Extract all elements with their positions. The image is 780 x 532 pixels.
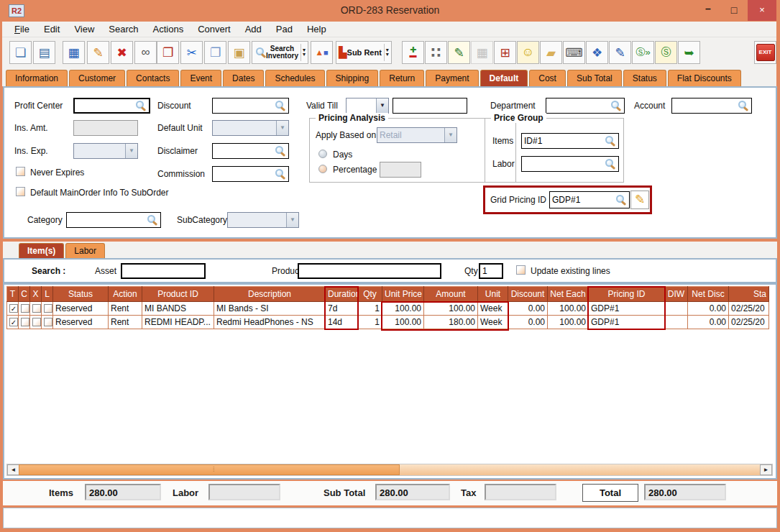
commission-field[interactable] bbox=[212, 166, 289, 182]
tab-flat-discounts[interactable]: Flat Discounts bbox=[668, 70, 741, 86]
valid-till-field[interactable] bbox=[393, 98, 467, 114]
tab-event[interactable]: Event bbox=[180, 70, 221, 86]
inventory-cubes-button[interactable]: ❖ bbox=[586, 41, 608, 64]
menu-edit[interactable]: Edit bbox=[37, 22, 66, 36]
minimize-button[interactable]: – bbox=[696, 0, 720, 21]
cut-button[interactable]: ✂ bbox=[180, 41, 203, 64]
department-field[interactable] bbox=[546, 98, 625, 114]
account-search-icon[interactable] bbox=[738, 100, 748, 111]
update-existing-checkbox[interactable] bbox=[516, 265, 526, 275]
tab-dates[interactable]: Dates bbox=[223, 70, 264, 86]
price-group-labor-search-icon[interactable] bbox=[605, 158, 615, 169]
availability-button[interactable]: ∷ bbox=[425, 41, 447, 64]
chevron-down-icon[interactable]: ▼ bbox=[376, 98, 388, 113]
shortcut-key-button[interactable]: ⌨ bbox=[563, 41, 585, 64]
col-description[interactable]: Description bbox=[214, 287, 326, 302]
sub-rent-button[interactable]: ▙ Sub Rent ▾ ▾ bbox=[336, 41, 392, 64]
department-search-icon[interactable] bbox=[610, 100, 621, 111]
scroll-left-button[interactable]: ◄ bbox=[7, 464, 19, 475]
tab-default[interactable]: Default bbox=[480, 70, 528, 86]
col-unit[interactable]: Unit bbox=[478, 287, 508, 302]
paste-button[interactable]: ▣ bbox=[228, 41, 250, 64]
menu-file[interactable]: File bbox=[8, 22, 36, 36]
category-field[interactable] bbox=[66, 212, 161, 228]
horizontal-scrollbar[interactable]: ◄ ⁞ ► bbox=[6, 464, 773, 476]
price-group-items-search-icon[interactable] bbox=[605, 135, 615, 146]
row2-l-checkbox[interactable] bbox=[44, 318, 52, 326]
org-chart-button[interactable]: ⊞ bbox=[494, 41, 516, 64]
menu-actions[interactable]: Actions bbox=[147, 22, 191, 36]
col-duration[interactable]: Duration bbox=[326, 287, 358, 302]
percentage-radio[interactable] bbox=[318, 165, 327, 173]
notes-button[interactable]: ✎ bbox=[448, 41, 470, 64]
tab-contacts[interactable]: Contacts bbox=[127, 70, 179, 86]
price-group-items-input[interactable] bbox=[522, 134, 618, 148]
category-search-icon[interactable] bbox=[147, 214, 157, 225]
menu-pad[interactable]: Pad bbox=[270, 22, 299, 36]
col-start[interactable]: Sta bbox=[729, 287, 769, 302]
table-row[interactable]: ✓ Reserved Rent REDMI HEADP... Redmi Hea… bbox=[7, 316, 769, 329]
row2-t-checkbox[interactable]: ✓ bbox=[9, 318, 18, 326]
add-remove-button[interactable]: ✚ ▬ bbox=[402, 41, 424, 64]
valid-till-combo[interactable]: ▼ bbox=[346, 98, 389, 114]
col-qty[interactable]: Qty bbox=[358, 287, 382, 302]
tab-payment[interactable]: Payment bbox=[426, 70, 478, 86]
shapes-button[interactable]: ▲ ■ bbox=[311, 41, 333, 64]
profit-center-search-icon[interactable] bbox=[135, 100, 146, 111]
col-pricing-id[interactable]: Pricing ID bbox=[589, 287, 665, 302]
tab-schedules[interactable]: Schedules bbox=[265, 70, 324, 86]
col-l[interactable]: L bbox=[42, 287, 53, 302]
col-status[interactable]: Status bbox=[53, 287, 109, 302]
tab-customer[interactable]: Customer bbox=[69, 70, 125, 86]
days-radio[interactable] bbox=[318, 150, 327, 158]
col-diw[interactable]: DIW bbox=[665, 287, 688, 302]
tab-shipping[interactable]: Shipping bbox=[326, 70, 379, 86]
valid-till-input[interactable] bbox=[393, 98, 467, 113]
delivery-button[interactable]: ➥ bbox=[678, 41, 700, 64]
row1-t-checkbox[interactable]: ✓ bbox=[9, 304, 18, 313]
tab-cost[interactable]: Cost bbox=[529, 70, 566, 86]
account-field[interactable] bbox=[671, 98, 752, 114]
menu-help[interactable]: Help bbox=[300, 22, 333, 36]
col-discount[interactable]: Discount bbox=[508, 287, 548, 302]
tab-information[interactable]: Information bbox=[6, 70, 68, 86]
product-field[interactable] bbox=[298, 263, 441, 279]
price-group-labor-input[interactable] bbox=[522, 157, 618, 171]
copy-button[interactable]: ❐ bbox=[204, 41, 226, 64]
sub-rent-dropdown[interactable]: ▾ ▾ bbox=[384, 44, 389, 61]
col-unit-price[interactable]: Unit Price bbox=[382, 287, 424, 302]
menu-convert[interactable]: Convert bbox=[191, 22, 237, 36]
search-inventory-dropdown[interactable]: ▾ ▾ bbox=[300, 44, 306, 61]
menu-view[interactable]: View bbox=[68, 22, 101, 36]
save-button[interactable]: ▦ bbox=[63, 41, 85, 64]
discount-search-icon[interactable] bbox=[275, 100, 285, 111]
new-document-button[interactable]: ❏ bbox=[9, 41, 32, 64]
edit-button[interactable]: ✎ bbox=[87, 41, 109, 64]
default-mainorder-checkbox[interactable] bbox=[16, 187, 25, 196]
col-t[interactable]: T bbox=[7, 287, 19, 302]
convert-order-button[interactable]: ❐ bbox=[157, 41, 179, 64]
row2-x-checkbox[interactable] bbox=[32, 318, 41, 326]
find-button[interactable]: ∞ bbox=[134, 41, 157, 64]
row1-x-checkbox[interactable] bbox=[32, 304, 41, 313]
qty-input[interactable] bbox=[480, 265, 502, 278]
tab-labor[interactable]: Labor bbox=[65, 243, 105, 258]
menu-search[interactable]: Search bbox=[102, 22, 144, 36]
grid-pricing-edit-button[interactable]: ✎ bbox=[630, 191, 649, 209]
row2-c-checkbox[interactable] bbox=[21, 318, 29, 326]
grid-pricing-search-icon[interactable] bbox=[615, 194, 626, 205]
row1-c-checkbox[interactable] bbox=[21, 304, 29, 313]
customer-button[interactable]: ☺ bbox=[517, 41, 539, 64]
delete-button[interactable]: ✖ bbox=[111, 41, 133, 64]
disclaimer-field[interactable] bbox=[212, 143, 289, 159]
money-notes-button[interactable]: Ⓢ bbox=[655, 41, 677, 64]
col-c[interactable]: C bbox=[19, 287, 30, 302]
col-action[interactable]: Action bbox=[109, 287, 142, 302]
tab-sub-total[interactable]: Sub Total bbox=[567, 70, 622, 86]
scroll-right-button[interactable]: ► bbox=[760, 464, 772, 475]
col-amount[interactable]: Amount bbox=[424, 287, 478, 302]
print-button[interactable]: ▤ bbox=[33, 41, 55, 64]
order-notes-button[interactable]: ✎ bbox=[609, 41, 631, 64]
asset-field[interactable] bbox=[121, 263, 206, 279]
table-row[interactable]: ✓ Reserved Rent MI BANDS MI Bands - SI 7… bbox=[7, 302, 769, 316]
